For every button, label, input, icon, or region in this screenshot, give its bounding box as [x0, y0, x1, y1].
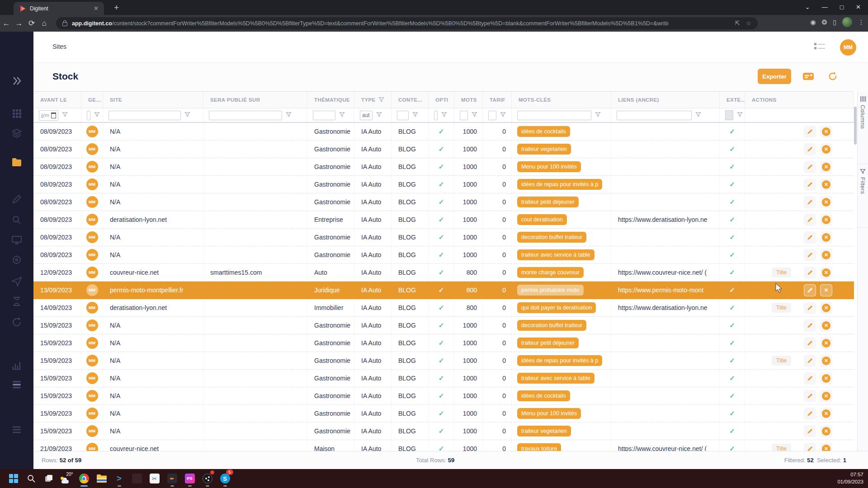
share-icon[interactable]: ⇱ — [735, 20, 740, 27]
column-header-date[interactable]: AVANT LE — [33, 92, 81, 108]
date-filter-input[interactable]: jj/m — [39, 110, 58, 121]
row-manager-avatar[interactable]: MM — [86, 214, 98, 225]
filter-funnel-icon[interactable] — [412, 111, 418, 119]
browser-tab[interactable]: Digitent ✕ — [14, 2, 104, 15]
keyword-chip[interactable]: monte charge couvreur — [517, 267, 584, 278]
tab-search-chevron-icon[interactable]: ⌄ — [805, 4, 810, 10]
filter-input-link[interactable] — [617, 111, 692, 120]
filter-input-type[interactable] — [360, 111, 373, 120]
delete-button[interactable]: ✕ — [820, 267, 832, 279]
extensions-puzzle-icon[interactable]: ❂ — [822, 19, 827, 26]
table-row[interactable]: 13/09/2023MMpermis-moto-montpellier.frJu… — [33, 282, 854, 299]
taskbar-icon-quill-app[interactable]: ✒ — [163, 469, 181, 488]
sidebar-item-layers[interactable] — [11, 127, 23, 139]
filter-input-keywords[interactable] — [517, 111, 591, 120]
delete-button[interactable]: ✕ — [820, 284, 832, 296]
edit-button[interactable] — [804, 178, 816, 191]
table-row[interactable]: 08/09/2023MMN/AGastronomieIA AutoBLOG✓10… — [33, 193, 854, 211]
filter-input-opti[interactable] — [434, 111, 438, 120]
edit-button[interactable] — [804, 231, 816, 244]
delete-button[interactable]: ✕ — [820, 126, 832, 138]
column-header-price[interactable]: TARIF — [483, 92, 512, 108]
row-manager-avatar[interactable]: MM — [86, 319, 98, 331]
filter-funnel-icon[interactable] — [286, 111, 292, 119]
sidebar-item-list-highlight[interactable] — [11, 379, 23, 390]
sidebar-item-expand-chevrons[interactable] — [11, 75, 23, 87]
filter-funnel-icon[interactable] — [595, 111, 601, 119]
browser-profile-avatar[interactable] — [842, 17, 852, 27]
refresh-icon[interactable] — [827, 71, 838, 82]
filter-input-words[interactable] — [460, 111, 468, 120]
filter-funnel-icon[interactable] — [184, 111, 190, 119]
sidebar-item-folder[interactable] — [11, 156, 23, 168]
delete-button[interactable]: ✕ — [820, 319, 832, 332]
table-row[interactable]: 08/09/2023MMN/AGastronomieIA AutoBLOG✓10… — [33, 229, 854, 246]
filter-funnel-icon[interactable] — [695, 111, 701, 119]
keyword-chip[interactable]: Menu pour 100 invités — [517, 161, 581, 172]
forward-button[interactable]: → — [13, 19, 25, 28]
sidebar-item-search-doc[interactable] — [11, 214, 23, 226]
title-button[interactable]: Title — [772, 267, 791, 277]
table-row[interactable]: 15/09/2023MMN/AGastronomieIA AutoBLOG✓10… — [33, 387, 854, 405]
delete-button[interactable]: ✕ — [820, 214, 832, 226]
filter-box-external[interactable] — [725, 110, 733, 120]
keyword-chip[interactable]: traiteur avec service à table — [517, 373, 594, 384]
column-header-publish[interactable]: SERA PUBLIÉ SUR — [203, 92, 307, 108]
delete-button[interactable]: ✕ — [820, 355, 832, 367]
column-header-opti[interactable]: OPTI — [429, 92, 454, 108]
row-manager-avatar[interactable]: MM — [86, 337, 98, 349]
keyword-chip[interactable]: idées de cocktails — [517, 390, 570, 401]
column-header-theme[interactable]: THÉMATIQUE — [307, 92, 354, 108]
taskbar-icon-task-view[interactable] — [40, 469, 57, 488]
keyword-chip[interactable]: cout deratisation — [517, 214, 567, 225]
taskbar-clock[interactable]: 07:57 01/09/2023 — [837, 471, 863, 485]
extension-circle-icon[interactable]: ◉ — [810, 19, 816, 26]
filter-funnel-icon[interactable] — [472, 111, 477, 119]
filter-input-content[interactable] — [397, 111, 409, 120]
keyword-chip[interactable]: idées de cocktails — [517, 126, 570, 137]
reload-button[interactable]: ⟳ — [25, 19, 38, 28]
sidebar-item-pen[interactable] — [11, 193, 23, 205]
taskbar-icon-weather[interactable]: 20° — [57, 469, 75, 488]
keyword-chip[interactable]: traiteur vegetarien — [517, 144, 571, 155]
export-button[interactable]: Exporter — [758, 69, 791, 84]
sidebar-item-monitor[interactable] — [11, 234, 23, 246]
edit-button[interactable] — [804, 161, 816, 173]
delete-button[interactable]: ✕ — [820, 178, 832, 191]
delete-button[interactable]: ✕ — [820, 196, 832, 208]
sidebar-item-sync[interactable] — [11, 316, 23, 328]
view-settings-icon[interactable] — [802, 71, 815, 82]
edit-button[interactable] — [804, 337, 816, 349]
column-header-content[interactable]: CONTE... — [392, 92, 429, 108]
table-row[interactable]: 08/09/2023MMN/AGastronomieIA AutoBLOG✓10… — [33, 123, 854, 141]
sidebar-item-hourglass[interactable] — [11, 296, 23, 307]
row-manager-avatar[interactable]: MM — [86, 161, 98, 173]
column-header-type[interactable]: TYPE — [354, 92, 392, 108]
edit-button[interactable] — [804, 214, 816, 226]
edit-button[interactable] — [804, 408, 816, 420]
table-row[interactable]: 15/09/2023MMN/AGastronomieIA AutoBLOG✓10… — [33, 405, 854, 422]
column-header-external[interactable]: EXTE... — [720, 92, 745, 108]
delete-button[interactable]: ✕ — [820, 249, 832, 261]
edit-button[interactable] — [804, 267, 816, 279]
side-panel-icon[interactable]: ▯ — [833, 19, 836, 26]
filter-input-manager[interactable] — [87, 111, 90, 120]
column-header-site[interactable]: SITE — [103, 92, 203, 108]
keyword-chip[interactable]: idées de repas pour invités à p — [517, 355, 602, 366]
column-header-keywords[interactable]: MOTS-CLÉS — [512, 92, 611, 108]
row-manager-avatar[interactable]: MM — [86, 355, 98, 366]
taskbar-icon-chrome[interactable] — [75, 469, 93, 488]
user-avatar[interactable]: MM — [840, 39, 856, 56]
taskbar-icon-skype[interactable]: S5 — [216, 469, 234, 488]
table-row[interactable]: 08/09/2023MMN/AGastronomieIA AutoBLOG✓10… — [33, 158, 854, 176]
table-row[interactable]: 14/09/2023MMderatisation-lyon.netImmobil… — [33, 299, 854, 317]
filter-funnel-icon[interactable] — [94, 111, 100, 119]
taskbar-icon-phpstorm[interactable]: PS — [181, 469, 198, 488]
address-bar[interactable]: app.digitent.co /content/stock?commentFo… — [56, 17, 758, 29]
keyword-chip[interactable]: traiteur avec service à table — [517, 249, 594, 260]
row-manager-avatar[interactable]: MM — [86, 372, 98, 384]
grid-vertical-scrollbar[interactable] — [854, 107, 857, 145]
row-manager-avatar[interactable]: MM — [86, 143, 98, 155]
sidebar-item-apps-grid[interactable] — [11, 108, 23, 119]
table-row[interactable]: 15/09/2023MMN/AGastronomieIA AutoBLOG✓10… — [33, 352, 854, 370]
